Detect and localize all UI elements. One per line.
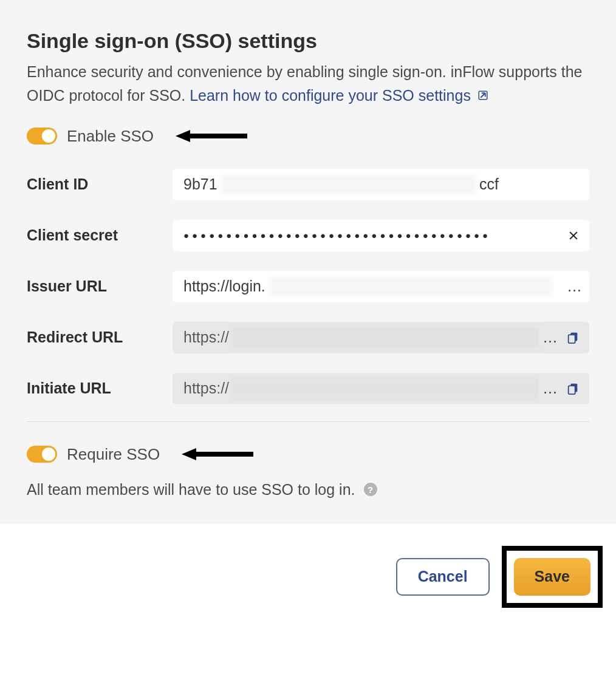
require-sso-help-text: All team members will have to use SSO to… [27,481,589,499]
save-button[interactable]: Save [514,558,590,596]
redirect-url-input-wrap: https:// … [173,322,589,353]
require-sso-row: Require SSO [27,445,589,464]
client-id-row: Client ID 9b71 ccf [27,169,589,200]
client-secret-row: Client secret ●●●●●●●●●●●●●●●●●●●●●●●●●●… [27,220,589,251]
copy-icon[interactable] [566,382,580,395]
ellipsis-icon: … [563,277,582,295]
help-text-content: All team members will have to use SSO to… [27,481,355,499]
issuer-url-input-wrap: https://login. … [173,271,589,302]
ellipsis-icon: … [539,380,558,397]
initiate-url-input-wrap: https:// … [173,373,589,404]
help-icon[interactable]: ? [364,483,377,496]
ellipsis-icon: … [539,328,558,346]
external-link-icon [477,90,488,101]
link-text: Learn how to configure your SSO settings [190,87,471,104]
client-id-input[interactable]: 9b71 ccf [173,169,589,200]
arrow-annotation-icon [182,447,255,461]
client-secret-input[interactable]: ●●●●●●●●●●●●●●●●●●●●●●●●●●●●●●●●●●●● [173,220,589,251]
client-id-input-wrap: 9b71 ccf [173,169,589,200]
footer-bar: Cancel Save [0,524,616,630]
redaction-overlay [231,378,541,399]
initiate-url-label: Initiate URL [27,380,173,397]
redirect-url-row: Redirect URL https:// … [27,322,589,353]
cancel-button[interactable]: Cancel [396,558,490,596]
require-sso-label: Require SSO [67,445,160,464]
redirect-url-field: https:// … [173,322,589,353]
save-highlight-box: Save [502,546,603,608]
redaction-overlay [270,276,552,297]
client-secret-label: Client secret [27,226,173,244]
toggle-knob [42,129,55,143]
issuer-url-label: Issuer URL [27,277,173,295]
description-text: Enhance security and convenience by enab… [27,60,589,107]
copy-icon[interactable] [566,331,580,344]
divider [27,421,589,422]
redirect-url-prefix: https:// [183,328,229,346]
initiate-url-field: https:// … [173,373,589,404]
svg-rect-6 [569,335,575,343]
redirect-url-label: Redirect URL [27,328,173,346]
client-secret-input-wrap: ●●●●●●●●●●●●●●●●●●●●●●●●●●●●●●●●●●●● [173,220,589,251]
initiate-url-prefix: https:// [183,380,229,397]
toggle-knob [42,448,55,461]
client-id-suffix: ccf [479,175,499,193]
enable-sso-toggle[interactable] [27,128,57,145]
require-sso-toggle[interactable] [27,446,57,463]
issuer-url-prefix: https://login. [183,277,265,295]
client-id-prefix: 9b71 [183,175,217,193]
enable-sso-label: Enable SSO [67,127,154,146]
svg-rect-8 [569,386,575,394]
arrow-annotation-icon [176,129,248,143]
sso-settings-panel: Single sign-on (SSO) settings Enhance se… [0,0,616,524]
svg-marker-10 [182,448,196,460]
client-id-label: Client ID [27,175,173,193]
clear-icon[interactable] [567,230,580,242]
redaction-overlay [221,174,476,195]
initiate-url-row: Initiate URL https:// … [27,373,589,404]
enable-sso-row: Enable SSO [27,127,589,146]
page-title: Single sign-on (SSO) settings [27,29,589,53]
redaction-overlay [231,327,541,348]
svg-marker-2 [176,130,190,142]
issuer-url-row: Issuer URL https://login. … [27,271,589,302]
learn-more-link[interactable]: Learn how to configure your SSO settings [190,87,488,104]
issuer-url-input[interactable]: https://login. … [173,271,589,302]
